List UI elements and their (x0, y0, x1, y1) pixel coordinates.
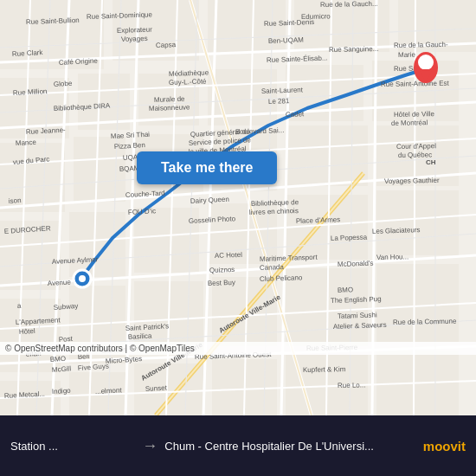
route-to-label: Chum - Centre Hospitalier De L'Universi.… (164, 440, 415, 453)
svg-text:McDonald's: McDonald's (338, 260, 374, 268)
svg-rect-23 (376, 190, 459, 255)
svg-text:Club Pelicano: Club Pelicano (260, 273, 303, 283)
svg-text:Maisonneuve: Maisonneuve (149, 103, 190, 113)
svg-text:Ben-UQAM: Ben-UQAM (268, 36, 305, 45)
svg-text:Rue Sanguine...: Rue Sanguine... (329, 45, 379, 54)
map-container: Rue Clark Rue Saint-Bullion Rue Saint-Do… (0, 0, 476, 415)
svg-text:Indigo: Indigo (52, 387, 72, 396)
svg-text:Globe: Globe (54, 80, 73, 88)
svg-text:Saint-Laurent: Saint-Laurent (261, 86, 304, 95)
take-me-there-button[interactable]: Take me there (137, 151, 277, 184)
svg-text:Place d'Armes: Place d'Armes (296, 215, 341, 225)
svg-text:Rue de la Commune: Rue de la Commune (393, 318, 457, 326)
svg-text:BMO: BMO (50, 355, 67, 363)
svg-text:Quiznos: Quiznos (209, 266, 235, 274)
svg-text:Explorateur: Explorateur (117, 26, 153, 35)
svg-rect-16 (286, 125, 368, 186)
svg-text:Kupfert & Kim: Kupfert & Kim (303, 365, 346, 374)
svg-text:Voyages: Voyages (121, 35, 148, 43)
copyright-bar: © OpenStreetMap contributors | © OpenMap… (0, 342, 476, 355)
svg-text:La Popessa: La Popessa (331, 234, 368, 242)
svg-text:ison: ison (9, 196, 22, 205)
svg-point-169 (418, 55, 434, 70)
svg-text:Rue de la Gauch...: Rue de la Gauch... (320, 0, 378, 9)
svg-text:BMO: BMO (338, 286, 354, 294)
svg-text:Le 281: Le 281 (268, 97, 290, 106)
svg-text:Guy-L.-Côté: Guy-L.-Côté (169, 77, 207, 87)
svg-text:Tatami Sushi: Tatami Sushi (338, 311, 377, 320)
svg-text:Voyages Gauthier: Voyages Gauthier (384, 177, 440, 185)
svg-text:McGill: McGill (52, 364, 72, 374)
svg-text:Van Hou...: Van Hou... (376, 253, 408, 261)
svg-text:Cour d'Appel: Cour d'Appel (396, 142, 436, 151)
svg-text:Marie: Marie (398, 51, 416, 59)
svg-text:Rue Clark: Rue Clark (12, 48, 44, 58)
svg-text:Best Buy: Best Buy (208, 279, 235, 287)
svg-point-167 (79, 275, 86, 282)
svg-text:Basilica: Basilica (128, 332, 153, 341)
svg-text:Murale de: Murale de (154, 95, 185, 104)
bottom-bar: Station ... → Chum - Centre Hospitalier … (0, 415, 476, 476)
route-arrow-icon: → (142, 437, 158, 455)
svg-text:CH: CH (426, 158, 436, 166)
svg-text:Rue Lo...: Rue Lo... (338, 381, 366, 389)
svg-text:FOU D'ic: FOU D'ic (128, 207, 157, 216)
moovit-logo-text: moovit (423, 439, 466, 453)
svg-text:Edumicro: Edumicro (301, 12, 331, 21)
svg-rect-19 (69, 212, 125, 277)
svg-text:...elmont: ...elmont (95, 386, 123, 396)
svg-text:AC Hotel: AC Hotel (215, 251, 243, 260)
moovit-logo: moovit (423, 439, 466, 453)
svg-text:Capsa: Capsa (156, 41, 177, 49)
svg-text:Cadet: Cadet (286, 110, 305, 119)
svg-text:Hôtel de Ville: Hôtel de Ville (394, 110, 435, 119)
svg-text:Canada: Canada (260, 263, 285, 272)
route-from-label: Station ... (10, 440, 135, 453)
svg-text:Mance: Mance (16, 138, 37, 147)
svg-text:Rue de la Gauch-: Rue de la Gauch- (394, 41, 448, 49)
svg-text:Médiathèque: Médiathèque (169, 68, 209, 78)
svg-text:Pizza Ben: Pizza Ben (114, 141, 145, 151)
svg-text:Rue Saint-Antoine Est: Rue Saint-Antoine Est (381, 80, 450, 88)
copyright-text: © OpenStreetMap contributors | © OpenMap… (5, 344, 195, 353)
svg-text:Sunset: Sunset (145, 384, 168, 393)
svg-rect-29 (376, 264, 459, 342)
svg-text:de Montréal: de Montréal (391, 119, 428, 127)
svg-text:Hôtel: Hôtel (19, 327, 35, 336)
